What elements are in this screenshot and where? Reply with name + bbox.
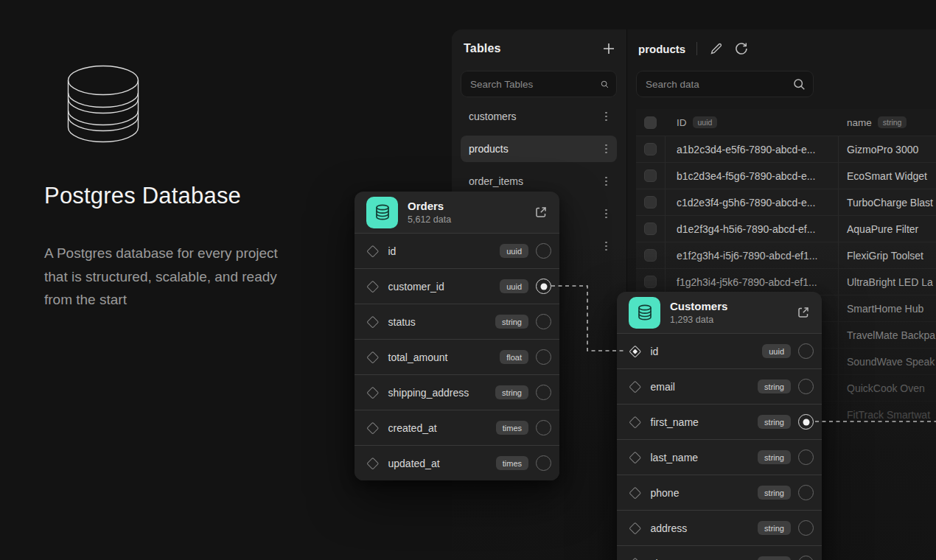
field-name: created_at bbox=[388, 422, 496, 434]
field-link-handle[interactable] bbox=[629, 416, 641, 427]
schema-field-row: address string bbox=[617, 510, 822, 545]
table-item-menu-button[interactable] bbox=[601, 109, 611, 125]
customers-card-count: 1,293 data bbox=[670, 315, 727, 325]
open-customers-button[interactable] bbox=[795, 304, 811, 321]
field-radio-handle[interactable] bbox=[536, 420, 551, 435]
field-type-badge: string bbox=[758, 486, 791, 500]
sidebar-table-item[interactable]: order_items bbox=[461, 168, 617, 195]
field-radio-handle[interactable] bbox=[536, 243, 551, 259]
table-item-label: order_items bbox=[469, 175, 523, 187]
field-radio-handle[interactable] bbox=[536, 349, 551, 365]
edit-table-button[interactable] bbox=[708, 41, 724, 57]
row-checkbox[interactable] bbox=[644, 196, 657, 209]
row-name-value: FitTrack Smartwat bbox=[847, 409, 930, 421]
field-radio-handle[interactable] bbox=[536, 314, 551, 329]
row-checkbox[interactable] bbox=[644, 143, 657, 155]
field-name: total_amount bbox=[388, 351, 500, 363]
field-radio-handle[interactable] bbox=[798, 556, 814, 560]
table-item-menu-button[interactable] bbox=[601, 141, 611, 157]
field-name: id bbox=[388, 245, 500, 257]
schema-field-row: id uuid bbox=[355, 233, 559, 268]
field-radio-handle[interactable] bbox=[536, 455, 551, 471]
field-name: shipping_address bbox=[388, 387, 496, 399]
orders-card-count: 5,612 data bbox=[408, 214, 451, 225]
field-name: first_name bbox=[651, 416, 758, 428]
row-name-value: EcoSmart Widget bbox=[847, 170, 927, 182]
row-checkbox[interactable] bbox=[644, 249, 657, 262]
field-radio-handle[interactable] bbox=[536, 279, 551, 294]
data-search-input[interactable] bbox=[646, 79, 793, 90]
schema-field-row: customer_id uuid bbox=[355, 268, 559, 304]
field-radio-handle[interactable] bbox=[798, 485, 814, 500]
row-name-value: TurboCharge Blast bbox=[847, 197, 933, 209]
tables-search-input[interactable] bbox=[470, 79, 601, 90]
row-checkbox[interactable] bbox=[644, 169, 657, 182]
field-type-badge: string bbox=[758, 556, 791, 560]
field-name: email bbox=[651, 381, 758, 393]
row-name-value: AquaPure Filter bbox=[847, 223, 918, 235]
table-row: c1d2e3f4-g5h6-7890-abcd-e... TurboCharge… bbox=[636, 189, 936, 215]
add-table-button[interactable] bbox=[601, 41, 617, 57]
column-name-type-badge: string bbox=[878, 116, 907, 128]
refresh-button[interactable] bbox=[733, 41, 750, 57]
field-link-handle[interactable] bbox=[629, 451, 641, 463]
orders-fields: id uuid customer_id uuid status string t… bbox=[355, 233, 559, 480]
row-id-value: a1b2c3d4-e5f6-7890-abcd-e... bbox=[677, 144, 815, 155]
field-link-handle[interactable] bbox=[367, 351, 379, 363]
row-name-value: QuickCook Oven bbox=[847, 382, 925, 394]
field-name: id bbox=[651, 346, 763, 357]
field-link-handle[interactable] bbox=[629, 380, 641, 392]
table-item-label: customers bbox=[469, 111, 517, 122]
search-icon bbox=[601, 78, 609, 91]
pencil-icon bbox=[710, 42, 723, 55]
field-link-handle[interactable] bbox=[629, 486, 641, 498]
field-link-handle[interactable] bbox=[367, 280, 379, 292]
open-orders-button[interactable] bbox=[533, 204, 549, 220]
field-link-handle[interactable] bbox=[367, 386, 379, 398]
sidebar-table-item[interactable]: products bbox=[461, 136, 617, 162]
schema-field-row: email string bbox=[617, 368, 822, 404]
field-link-handle[interactable] bbox=[629, 345, 641, 357]
tables-search bbox=[461, 71, 617, 97]
table-item-menu-button[interactable] bbox=[601, 174, 611, 189]
field-radio-handle[interactable] bbox=[798, 343, 814, 359]
column-id-label: ID bbox=[677, 117, 687, 128]
field-name: address bbox=[651, 522, 758, 534]
table-row: e1f2g3h4-i5j6-7890-abcd-ef1... FlexiGrip… bbox=[636, 242, 936, 268]
row-checkbox[interactable] bbox=[644, 276, 657, 288]
select-all-checkbox[interactable] bbox=[644, 116, 657, 129]
field-name: customer_id bbox=[388, 281, 500, 293]
row-name-value: SmartHome Hub bbox=[847, 303, 923, 315]
external-link-icon bbox=[797, 306, 810, 319]
field-radio-handle[interactable] bbox=[798, 379, 814, 394]
field-link-handle[interactable] bbox=[629, 557, 641, 560]
table-item-menu-button[interactable] bbox=[601, 239, 611, 254]
field-link-handle[interactable] bbox=[629, 522, 641, 533]
field-radio-handle[interactable] bbox=[536, 385, 551, 400]
row-id-value: d1e2f3g4-h5i6-7890-abcd-ef... bbox=[677, 223, 815, 235]
row-id-value: f1g2h3i4-j5k6-7890-abcd-ef1... bbox=[677, 276, 817, 288]
field-type-badge: string bbox=[495, 385, 528, 399]
schema-field-row: updated_at times bbox=[355, 445, 559, 480]
schema-field-row: created_at times bbox=[355, 410, 559, 445]
column-name-label: name bbox=[847, 117, 872, 128]
field-radio-handle[interactable] bbox=[798, 520, 814, 536]
orders-card-header: Orders 5,612 data bbox=[355, 192, 559, 233]
field-radio-handle[interactable] bbox=[798, 414, 814, 430]
field-type-badge: times bbox=[496, 421, 528, 435]
field-link-handle[interactable] bbox=[367, 245, 379, 256]
field-link-handle[interactable] bbox=[367, 421, 379, 433]
table-row: d1e2f3g4-h5i6-7890-abcd-ef... AquaPure F… bbox=[636, 215, 936, 242]
orders-card-title: Orders bbox=[408, 200, 451, 212]
field-link-handle[interactable] bbox=[367, 457, 379, 469]
field-link-handle[interactable] bbox=[367, 315, 379, 327]
field-radio-handle[interactable] bbox=[798, 449, 814, 465]
row-checkbox[interactable] bbox=[644, 223, 657, 235]
row-name-value: FlexiGrip Toolset bbox=[847, 250, 923, 262]
sidebar-table-item[interactable]: customers bbox=[461, 103, 617, 130]
schema-field-row: status string bbox=[355, 304, 559, 339]
table-item-menu-button[interactable] bbox=[601, 206, 611, 222]
page: Postgres Database A Postgres database fo… bbox=[0, 0, 936, 560]
field-name: phone bbox=[651, 487, 758, 499]
data-search bbox=[636, 71, 814, 97]
